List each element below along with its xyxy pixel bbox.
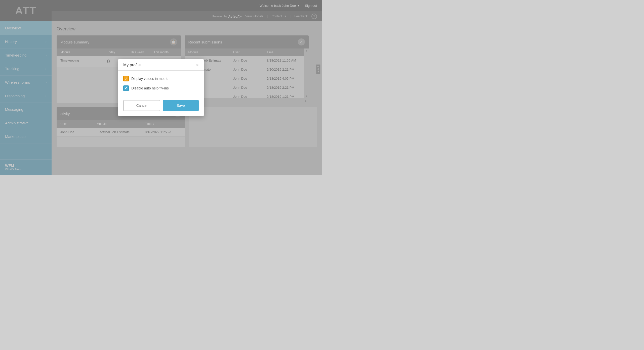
checkbox-metric[interactable]: ✓ bbox=[123, 76, 129, 81]
save-button[interactable]: Save bbox=[163, 100, 199, 111]
checkbox-autohelp-label: Disable auto help fly-ins bbox=[131, 86, 169, 90]
modal-close-button[interactable]: × bbox=[196, 63, 199, 67]
checkbox-metric-label: Display values in metric bbox=[131, 77, 168, 81]
modal-header: My profile × bbox=[118, 59, 204, 71]
checkbox-row-autohelp: ✓ Disable auto help fly-ins bbox=[123, 85, 199, 91]
modal-body: ✓ Display values in metric ✓ Disable aut… bbox=[118, 71, 204, 97]
cancel-button[interactable]: Cancel bbox=[123, 100, 160, 111]
my-profile-modal: My profile × ✓ Display values in metric … bbox=[118, 59, 204, 116]
modal-footer: Cancel Save bbox=[118, 97, 204, 116]
checkbox-row-metric: ✓ Display values in metric bbox=[123, 76, 199, 81]
modal-title: My profile bbox=[123, 63, 141, 67]
checkbox-autohelp[interactable]: ✓ bbox=[123, 85, 129, 91]
modal-overlay: My profile × ✓ Display values in metric … bbox=[0, 0, 322, 175]
